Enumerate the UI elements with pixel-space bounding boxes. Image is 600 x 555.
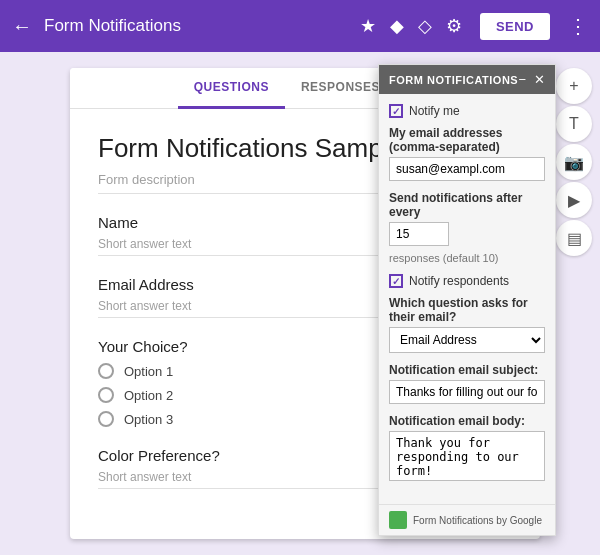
video-tool-button[interactable]: ▶ <box>556 182 592 218</box>
notify-respondents-label: Notify respondents <box>409 274 509 288</box>
settings-icon[interactable]: ⚙ <box>446 15 462 37</box>
palette-icon[interactable]: ◆ <box>390 15 404 37</box>
which-question-label: Which question asks for their email? <box>389 296 545 324</box>
panel-header-icons: − ✕ <box>518 73 545 86</box>
subject-input[interactable] <box>389 380 545 404</box>
notify-me-checkbox[interactable] <box>389 104 403 118</box>
email-addresses-input[interactable] <box>389 157 545 181</box>
topbar: ← Form Notifications ★ ◆ ◇ ⚙ SEND ⋮ <box>0 0 600 52</box>
notifications-panel: FORM NOTIFICATIONS − ✕ Notify me My emai… <box>378 64 556 536</box>
topbar-title: Form Notifications <box>44 16 360 36</box>
radio-circle-3[interactable] <box>98 411 114 427</box>
topbar-icons: ★ ◆ ◇ ⚙ SEND ⋮ <box>360 13 588 40</box>
puzzle-icon[interactable]: ★ <box>360 15 376 37</box>
notify-me-label: Notify me <box>409 104 460 118</box>
radio-circle-2[interactable] <box>98 387 114 403</box>
panel-title: FORM NOTIFICATIONS <box>389 74 518 86</box>
body-label: Notification email body: <box>389 414 545 428</box>
eye-icon[interactable]: ◇ <box>418 15 432 37</box>
send-after-row: Send notifications after every responses… <box>389 191 545 264</box>
send-after-helper: responses (default 10) <box>389 252 498 264</box>
email-addresses-row: My email addresses (comma-separated) <box>389 126 545 181</box>
panel-close-button[interactable]: ✕ <box>534 73 545 86</box>
which-question-select[interactable]: Email Address <box>389 327 545 353</box>
notify-respondents-row: Notify respondents <box>389 274 545 288</box>
image-tool-button[interactable]: 📷 <box>556 144 592 180</box>
panel-footer: Form Notifications by Google <box>379 504 555 535</box>
email-addresses-label: My email addresses (comma-separated) <box>389 126 545 154</box>
google-forms-icon <box>389 511 407 529</box>
tab-questions[interactable]: QUESTIONS <box>178 68 285 109</box>
body-textarea[interactable]: Thank you for responding to our form! <box>389 431 545 481</box>
body-row: Notification email body: Thank you for r… <box>389 414 545 484</box>
send-after-input[interactable] <box>389 222 449 246</box>
right-tools: + T 📷 ▶ ▤ <box>556 68 592 256</box>
subject-row: Notification email subject: <box>389 363 545 404</box>
panel-minimize-button[interactable]: − <box>518 73 526 86</box>
panel-body: Notify me My email addresses (comma-sepa… <box>379 94 555 504</box>
send-after-label: Send notifications after every <box>389 191 545 219</box>
notify-me-row: Notify me <box>389 104 545 118</box>
back-button[interactable]: ← <box>12 15 32 38</box>
which-question-row: Which question asks for their email? Ema… <box>389 296 545 353</box>
more-menu-icon[interactable]: ⋮ <box>568 14 588 38</box>
subject-label: Notification email subject: <box>389 363 545 377</box>
footer-attribution: Form Notifications by Google <box>413 515 542 526</box>
send-button[interactable]: SEND <box>480 13 550 40</box>
notify-respondents-checkbox[interactable] <box>389 274 403 288</box>
section-tool-button[interactable]: ▤ <box>556 220 592 256</box>
text-tool-button[interactable]: T <box>556 106 592 142</box>
radio-circle-1[interactable] <box>98 363 114 379</box>
main-area: QUESTIONS RESPONSES 29 Form Notification… <box>0 52 600 555</box>
panel-header: FORM NOTIFICATIONS − ✕ <box>379 65 555 94</box>
add-circle-button[interactable]: + <box>556 68 592 104</box>
